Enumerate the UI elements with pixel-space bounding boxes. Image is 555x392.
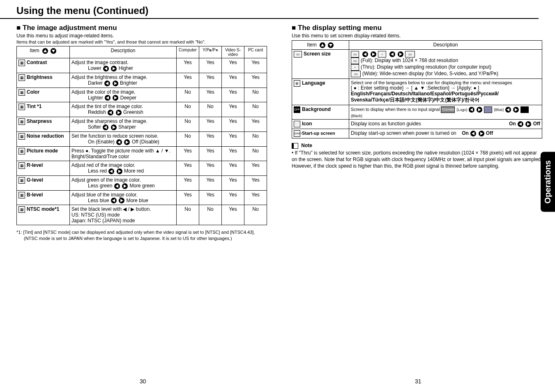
right-icon [111, 66, 117, 71]
row-icon: ▦ [18, 162, 25, 169]
yn-cell: Yes [199, 58, 222, 73]
language-line2: [ ● : Enter setting mode] → [ ▲ ▼ :Selec… [351, 85, 540, 91]
svg-marker-16 [115, 184, 118, 188]
th-ypbpr: Y/Pʙ/Pʀ [199, 46, 222, 58]
right-icon [513, 107, 519, 113]
row-desc: Adjust the tint of the image color.Reddi… [70, 102, 177, 117]
svg-marker-28 [507, 108, 509, 111]
note-icon [292, 143, 298, 149]
left-icon [103, 125, 108, 130]
left-icon [470, 131, 476, 136]
icon-desc: Display icons as function guides [351, 121, 421, 127]
left-icon [108, 110, 113, 115]
side-tab-operations: Operations [541, 152, 555, 212]
startup-icon: START [294, 130, 300, 137]
row-desc: Adjust the color of the image.Lighter De… [70, 88, 177, 102]
svg-marker-22 [364, 53, 366, 56]
page-number-left: 30 [140, 378, 146, 385]
yn-cell: No [177, 132, 199, 147]
yn-cell: Yes [222, 161, 244, 175]
screen-size-icons-row: ▭ ▫ ▭ [351, 51, 540, 58]
row-desc: Adjust the brightness of the image.Darke… [70, 73, 177, 88]
background-desc: Screen to display when there is no input… [351, 107, 440, 112]
svg-marker-3 [113, 67, 115, 70]
svg-marker-8 [109, 111, 112, 114]
yn-cell: Yes [244, 73, 267, 88]
svg-marker-1 [52, 50, 55, 53]
yn-cell: Yes [222, 73, 244, 88]
right-icon [525, 121, 531, 127]
right-icon [479, 131, 484, 136]
yn-cell: Yes [199, 161, 222, 175]
image-adj-heading-text: The image adjustment menu [23, 24, 117, 32]
yn-cell: Yes [177, 73, 199, 88]
up-icon [320, 42, 325, 48]
yn-cell: Yes [244, 190, 267, 205]
th-computer: Computer [177, 46, 199, 58]
svg-marker-15 [118, 170, 121, 173]
row-desc: Adjust the image contrast.Lower Higher [70, 58, 177, 73]
left-icon [104, 81, 110, 86]
image-adj-table: Item Description Computer Y/Pʙ/Pʀ Video … [16, 46, 267, 225]
right-icon [398, 51, 403, 57]
blue-opt-icon [484, 106, 492, 113]
yn-cell: Yes [177, 58, 199, 73]
left-icon [116, 139, 122, 145]
wide-icon: ▭ [405, 51, 415, 58]
startup-label: Start-up screen [302, 131, 335, 136]
left-icon [108, 168, 114, 174]
down-icon [51, 48, 56, 54]
page-title: Using the menu (Continued) [0, 0, 539, 19]
svg-marker-33 [480, 132, 483, 135]
table-row: ▦ContrastAdjust the image contrast.Lower… [17, 58, 267, 73]
yn-cell: Yes [199, 117, 222, 132]
svg-marker-6 [106, 96, 109, 99]
svg-marker-17 [124, 184, 127, 188]
black-opt-icon [520, 106, 529, 113]
icon-on: On [509, 121, 516, 127]
svg-marker-27 [478, 108, 481, 111]
row-name: Tint *1 [27, 104, 41, 110]
svg-marker-29 [515, 108, 518, 111]
yn-cell: Yes [222, 117, 244, 132]
yn-cell: No [177, 102, 199, 117]
right-icon [122, 183, 128, 189]
row-desc: Adjust the sharpness of the image.Softer… [70, 117, 177, 132]
yn-cell: Yes [199, 146, 222, 161]
row-desc: Set the function to reduce screen noise.… [70, 132, 177, 147]
row-background: OFFBackground Screen to display when the… [292, 105, 542, 119]
svg-marker-5 [114, 82, 117, 85]
svg-marker-14 [110, 170, 113, 173]
up-icon [42, 48, 48, 54]
row-icon: ▦ [18, 133, 25, 140]
left-icon [114, 183, 120, 189]
right-icon [124, 139, 130, 145]
svg-marker-0 [44, 49, 47, 52]
row-name: B-level [27, 192, 43, 198]
table-row: ▦R-levelAdjust red of the image color.Le… [17, 161, 267, 175]
image-adj-sub2: Items that can be adjusted are marked wi… [16, 39, 267, 44]
yn-cell: No [177, 88, 199, 102]
yn-cell: Yes [177, 190, 199, 205]
yn-cell: Yes [222, 58, 244, 73]
row-icon: ▦ [18, 74, 25, 81]
yn-cell: Yes [222, 146, 244, 161]
row-icon: ☞Icon Display icons as function guides O… [292, 119, 542, 129]
right-icon [477, 107, 482, 113]
svg-marker-10 [104, 126, 107, 129]
row-startup: STARTStart-up screen Display start-up sc… [292, 129, 542, 138]
svg-marker-13 [126, 141, 129, 144]
row-desc: Adjust green of the image color.Less gre… [70, 175, 177, 190]
left-icon [518, 121, 523, 127]
left-icon [105, 95, 111, 101]
yn-cell: No [199, 102, 222, 117]
yn-cell: Yes [222, 102, 244, 117]
screen-size-icon: ▭ [294, 51, 302, 58]
right-icon [371, 51, 376, 57]
row-desc: Adjust red of the image color.Less red M… [70, 161, 177, 175]
row-name: Color [27, 89, 39, 95]
table-row: ▦G-levelAdjust green of the image color.… [17, 175, 267, 190]
yn-cell: Yes [222, 132, 244, 147]
row-icon: ▦ [18, 206, 25, 213]
row-icon: ▦ [18, 177, 25, 184]
